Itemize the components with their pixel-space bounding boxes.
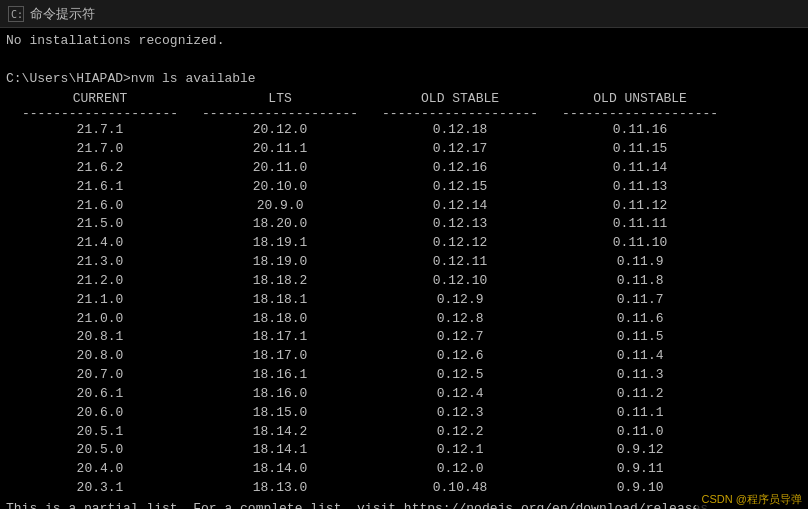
table-cell: 0.11.0 (550, 423, 730, 442)
blank-line (6, 51, 802, 70)
table-cell: 0.12.8 (370, 310, 550, 329)
table-cell: 0.12.11 (370, 253, 550, 272)
table-row: 21.3.018.19.00.12.110.11.9 (10, 253, 730, 272)
table-cell: 0.12.15 (370, 178, 550, 197)
terminal: No installations recognized. C:\Users\HI… (0, 28, 808, 509)
table-cell: 18.14.1 (190, 441, 370, 460)
table-cell: 0.11.6 (550, 310, 730, 329)
col-old-stable: OLD STABLE (370, 91, 550, 106)
col-old-unstable: OLD UNSTABLE (550, 91, 730, 106)
table-cell: 0.11.15 (550, 140, 730, 159)
table-cell: 0.12.18 (370, 121, 550, 140)
table-cell: 0.11.16 (550, 121, 730, 140)
table-row: 20.5.018.14.10.12.10.9.12 (10, 441, 730, 460)
table-cell: 18.15.0 (190, 404, 370, 423)
table-cell: 20.8.1 (10, 328, 190, 347)
table-row: 20.6.118.16.00.12.40.11.2 (10, 385, 730, 404)
table-cell: 20.11.0 (190, 159, 370, 178)
sep3: -------------------- (370, 106, 550, 122)
table-cell: 21.6.0 (10, 197, 190, 216)
table-cell: 0.12.0 (370, 460, 550, 479)
table-cell: 0.11.14 (550, 159, 730, 178)
table-header-row: CURRENT LTS OLD STABLE OLD UNSTABLE (10, 91, 730, 106)
table-cell: 21.0.0 (10, 310, 190, 329)
table-cell: 18.14.2 (190, 423, 370, 442)
table-cell: 21.3.0 (10, 253, 190, 272)
table-cell: 20.12.0 (190, 121, 370, 140)
table-row: 20.8.018.17.00.12.60.11.4 (10, 347, 730, 366)
svg-text:C:\: C:\ (11, 9, 23, 20)
table-row: 21.6.220.11.00.12.160.11.14 (10, 159, 730, 178)
table-cell: 21.6.1 (10, 178, 190, 197)
table-cell: 0.12.6 (370, 347, 550, 366)
table-cell: 0.10.48 (370, 479, 550, 498)
table-row: 21.0.018.18.00.12.80.11.6 (10, 310, 730, 329)
table-cell: 0.11.5 (550, 328, 730, 347)
table-cell: 0.9.12 (550, 441, 730, 460)
table-cell: 0.11.7 (550, 291, 730, 310)
table-row: 20.7.018.16.10.12.50.11.3 (10, 366, 730, 385)
table-cell: 21.7.0 (10, 140, 190, 159)
nvm-table: CURRENT LTS OLD STABLE OLD UNSTABLE ----… (10, 91, 730, 498)
sep4: -------------------- (550, 106, 730, 122)
table-cell: 18.16.0 (190, 385, 370, 404)
table-cell: 20.6.0 (10, 404, 190, 423)
table-cell: 0.12.17 (370, 140, 550, 159)
table-cell: 0.12.10 (370, 272, 550, 291)
command-line: C:\Users\HIAPAD>nvm ls available (6, 70, 802, 89)
table-cell: 0.11.10 (550, 234, 730, 253)
table-cell: 0.11.1 (550, 404, 730, 423)
table-cell: 0.12.1 (370, 441, 550, 460)
table-cell: 0.11.13 (550, 178, 730, 197)
table-cell: 21.6.2 (10, 159, 190, 178)
table-row: 20.4.018.14.00.12.00.9.11 (10, 460, 730, 479)
sep2: -------------------- (190, 106, 370, 122)
table-cell: 0.11.11 (550, 215, 730, 234)
table-cell: 0.11.9 (550, 253, 730, 272)
table-row: 21.4.018.19.10.12.120.11.10 (10, 234, 730, 253)
no-install-line: No installations recognized. (6, 32, 802, 51)
title-bar: C:\ 命令提示符 (0, 0, 808, 28)
table-cell: 18.18.2 (190, 272, 370, 291)
table-body: 21.7.120.12.00.12.180.11.1621.7.020.11.1… (10, 121, 730, 498)
table-cell: 20.7.0 (10, 366, 190, 385)
table-row: 20.8.118.17.10.12.70.11.5 (10, 328, 730, 347)
table-cell: 0.12.2 (370, 423, 550, 442)
table-cell: 0.11.4 (550, 347, 730, 366)
table-row: 21.6.120.10.00.12.150.11.13 (10, 178, 730, 197)
title-bar-text: 命令提示符 (30, 5, 95, 23)
table-cell: 20.5.1 (10, 423, 190, 442)
table-cell: 18.17.1 (190, 328, 370, 347)
table-cell: 21.2.0 (10, 272, 190, 291)
table-cell: 18.19.1 (190, 234, 370, 253)
cmd-icon: C:\ (8, 6, 24, 22)
separator-row: -------------------- -------------------… (10, 106, 730, 122)
table-cell: 20.4.0 (10, 460, 190, 479)
table-cell: 20.11.1 (190, 140, 370, 159)
table-row: 20.6.018.15.00.12.30.11.1 (10, 404, 730, 423)
table-cell: 20.5.0 (10, 441, 190, 460)
table-cell: 0.11.12 (550, 197, 730, 216)
table-cell: 0.12.13 (370, 215, 550, 234)
table-cell: 0.12.12 (370, 234, 550, 253)
table-cell: 20.9.0 (190, 197, 370, 216)
col-current: CURRENT (10, 91, 190, 106)
table-cell: 18.18.1 (190, 291, 370, 310)
table-cell: 21.7.1 (10, 121, 190, 140)
table-cell: 0.12.7 (370, 328, 550, 347)
table-cell: 0.12.5 (370, 366, 550, 385)
sep1: -------------------- (10, 106, 190, 122)
table-cell: 0.11.3 (550, 366, 730, 385)
table-cell: 21.4.0 (10, 234, 190, 253)
table-cell: 0.12.16 (370, 159, 550, 178)
table-cell: 0.12.9 (370, 291, 550, 310)
col-lts: LTS (190, 91, 370, 106)
table-row: 21.2.018.18.20.12.100.11.8 (10, 272, 730, 291)
nvm-table-container: CURRENT LTS OLD STABLE OLD UNSTABLE ----… (6, 91, 802, 498)
table-row: 21.6.020.9.00.12.140.11.12 (10, 197, 730, 216)
table-cell: 18.17.0 (190, 347, 370, 366)
table-cell: 18.19.0 (190, 253, 370, 272)
table-cell: 21.1.0 (10, 291, 190, 310)
table-cell: 0.9.11 (550, 460, 730, 479)
table-cell: 20.8.0 (10, 347, 190, 366)
